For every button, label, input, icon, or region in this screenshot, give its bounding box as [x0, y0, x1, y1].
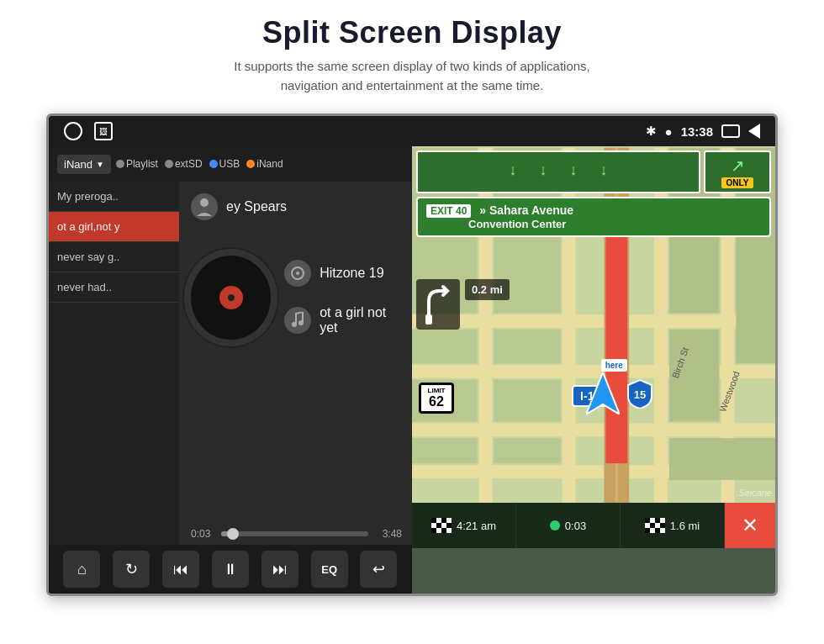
source-label: iNand	[64, 158, 92, 171]
speed-limit-sign: LIMIT 62	[419, 383, 454, 414]
status-left: 🖼	[64, 122, 113, 140]
eta-time: 4:21 am	[457, 520, 496, 532]
source-dropdown[interactable]: iNand ▼	[57, 155, 111, 174]
repeat-button[interactable]: ↻	[113, 551, 150, 588]
controls-bar: ⌂ ↻ ⏮ ⏸ ⏭ EQ ↩	[49, 545, 412, 594]
progress-row: 0:03 3:48	[191, 528, 402, 545]
here-logo: here	[601, 359, 627, 372]
svg-rect-22	[494, 380, 560, 422]
eta-segment: 4:21 am	[412, 503, 516, 548]
pause-button[interactable]: ⏸	[212, 551, 249, 588]
album-icon	[284, 260, 311, 287]
svg-point-2	[296, 272, 299, 275]
turn-distance: 0.2 mi	[465, 279, 510, 300]
playlist-panel: My preroga.. ot a girl,not y never say g…	[49, 182, 179, 545]
artist-icon	[191, 193, 218, 220]
nav-panel: Birch St Westwood ↓	[412, 146, 775, 594]
status-right: ✱ ● 13:38	[646, 124, 760, 139]
elapsed-segment: 0:03	[516, 503, 621, 548]
split-screen: iNand ▼ Playlist extSD USB iNand	[49, 146, 775, 594]
direction-signs-container: ↓ ↓ ↓ ↓	[416, 150, 771, 237]
nav-bottom-bar: 4:21 am 0:03	[412, 503, 775, 548]
green-dot-icon	[550, 520, 560, 531]
speed-value: 62	[423, 394, 450, 409]
svg-text:15: 15	[634, 388, 646, 401]
svg-point-0	[200, 198, 209, 207]
exit-number: EXIT 40	[426, 204, 471, 218]
source-opt-usb[interactable]: USB	[209, 158, 240, 170]
svg-rect-19	[412, 330, 477, 363]
svg-point-4	[298, 320, 304, 325]
svg-rect-16	[605, 231, 627, 463]
svg-rect-28	[669, 438, 775, 480]
album-row: Hitzone 19	[284, 260, 402, 287]
image-icon: 🖼	[94, 122, 113, 140]
flag-end-icon	[645, 518, 665, 533]
source-opt-playlist[interactable]: Playlist	[116, 158, 158, 170]
vinyl-dot	[228, 294, 235, 301]
watermark: Seicane	[738, 488, 772, 498]
svg-marker-32	[586, 372, 620, 414]
nav-close-button[interactable]: ✕	[725, 503, 775, 548]
route-shield: 15	[626, 378, 653, 412]
flag-start-icon	[431, 518, 452, 533]
page-subtitle: It supports the same screen display of t…	[0, 57, 824, 95]
svg-rect-24	[494, 438, 560, 463]
battery-icon	[721, 124, 740, 138]
remaining-segment: 1.6 mi	[621, 503, 725, 548]
bluetooth-icon: ✱	[646, 124, 657, 139]
source-opt-inand[interactable]: iNand	[246, 158, 283, 170]
artist-name: ey Spears	[226, 199, 287, 214]
music-panel: iNand ▼ Playlist extSD USB iNand	[49, 146, 412, 594]
dropdown-chevron: ▼	[96, 160, 104, 169]
back-icon	[748, 124, 760, 139]
page-header: Split Screen Display It supports the sam…	[0, 0, 824, 103]
progress-bar[interactable]	[221, 531, 368, 536]
location-icon: ●	[665, 124, 673, 139]
progress-thumb[interactable]	[227, 528, 239, 540]
playlist-item-1[interactable]: My preroga..	[49, 182, 179, 212]
song-name: ot a girl not yet	[320, 305, 402, 335]
nav-poi: Convention Center	[426, 218, 566, 230]
source-bar: iNand ▼ Playlist extSD USB iNand	[49, 146, 412, 182]
eq-button[interactable]: EQ	[311, 551, 348, 588]
time-current: 0:03	[191, 528, 214, 540]
time-total: 3:48	[375, 528, 402, 540]
turn-instruction-area: 0.2 mi	[416, 279, 510, 330]
svg-rect-23	[412, 438, 477, 463]
prev-button[interactable]: ⏮	[162, 551, 199, 588]
svg-point-3	[292, 322, 297, 327]
svg-rect-8	[412, 423, 775, 436]
playlist-item-2[interactable]: ot a girl,not y	[49, 212, 179, 242]
map-container: Birch St Westwood ↓	[412, 146, 775, 548]
artist-row: ey Spears	[191, 193, 402, 220]
svg-rect-20	[494, 330, 560, 363]
elapsed-time: 0:03	[565, 520, 586, 532]
home-button[interactable]: ⌂	[63, 551, 100, 588]
nav-direction-arrow	[586, 372, 620, 418]
source-opt-extsd[interactable]: extSD	[165, 158, 203, 170]
nav-distance: 0.2 mi	[472, 283, 503, 296]
playlist-item-4[interactable]: never had..	[49, 272, 179, 303]
svg-rect-31	[425, 314, 432, 325]
status-time: 13:38	[681, 124, 713, 139]
status-bar: 🖼 ✱ ● 13:38	[49, 116, 775, 146]
next-button[interactable]: ⏭	[261, 551, 298, 588]
song-icon	[284, 307, 311, 334]
vinyl-inner	[219, 286, 243, 309]
album-art	[191, 256, 271, 340]
nav-street: Sahara Avenue	[489, 203, 573, 217]
back-button[interactable]: ↩	[360, 551, 397, 588]
circle-icon	[64, 122, 82, 140]
remaining-distance: 1.6 mi	[670, 520, 700, 532]
page-title: Split Screen Display	[0, 15, 824, 50]
device-frame: 🖼 ✱ ● 13:38 iNand ▼ Playlist	[46, 113, 778, 596]
playlist-item-3[interactable]: never say g..	[49, 242, 179, 272]
source-options: Playlist extSD USB iNand	[116, 158, 283, 170]
song-row: ot a girl not yet	[284, 305, 402, 335]
album-name: Hitzone 19	[320, 266, 384, 281]
exit-sign: EXIT 40 » Sahara Avenue Convention Cente…	[416, 197, 771, 237]
